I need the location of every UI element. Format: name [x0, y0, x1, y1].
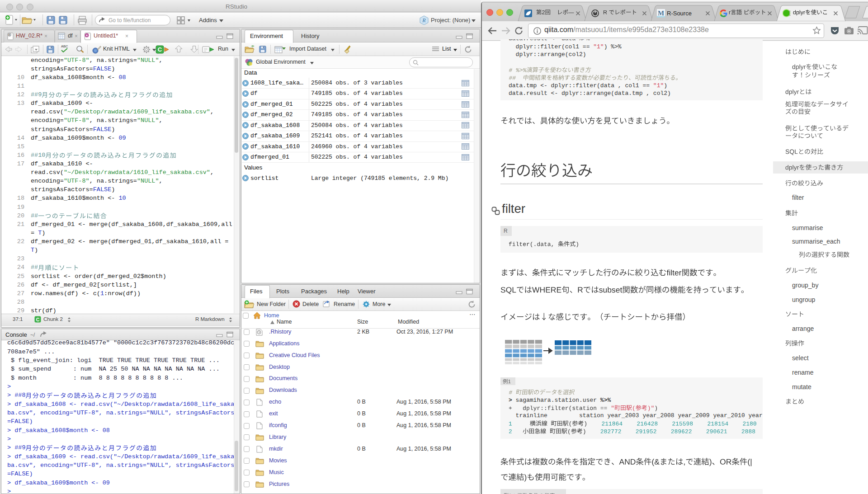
svg-text:R: R	[422, 17, 426, 24]
svg-text:M: M	[658, 9, 664, 17]
svg-text:C: C	[158, 46, 162, 53]
svg-text:R: R	[9, 33, 11, 36]
svg-text:C: C	[36, 317, 40, 322]
